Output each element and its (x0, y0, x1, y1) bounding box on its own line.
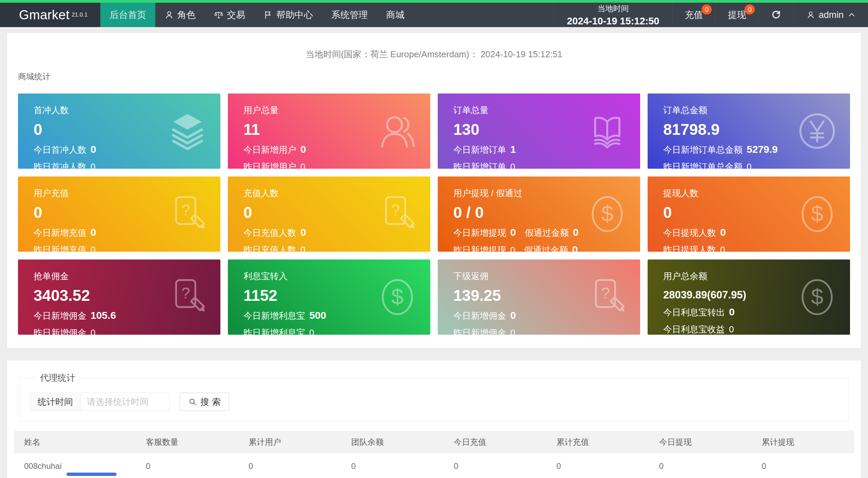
nav-item-home[interactable]: 后台首页 (100, 3, 155, 27)
stat-card-value: 0 (34, 203, 163, 222)
withdraw-label: 提现 (728, 9, 746, 21)
nav-item-label: 后台首页 (110, 9, 146, 21)
top-accent-line (0, 0, 868, 3)
admin-menu[interactable]: admin (794, 3, 868, 27)
stat-subline-value: 0 (300, 245, 305, 252)
stat-card-subline: 今日新增提现0假通过金额0 (453, 227, 583, 239)
chevron-up-icon (848, 11, 856, 19)
stat-subline-label: 今日充值人数 (243, 227, 296, 239)
stat-card-subline: 今日充值人数0 (243, 227, 373, 239)
stat-subline-segment: 昨日新增订单0 (453, 161, 515, 169)
yen-coin-icon (796, 110, 839, 152)
doc-question-icon: ? (166, 193, 209, 235)
stat-subline-segment: 假通过金额0 (524, 244, 578, 252)
recharge-button[interactable]: 充值 0 (672, 3, 715, 27)
agent-table-header-cell: 姓名 (14, 431, 136, 453)
stat-subline-segment: 今日新增佣金0 (453, 310, 516, 322)
stat-card-subline: 昨日新增佣金0 (34, 327, 163, 335)
stat-subline-value: 0 (300, 227, 306, 238)
stat-card-title: 订单总量 (453, 104, 583, 116)
svg-text:$: $ (601, 201, 613, 226)
local-time-block: 当地时间 2024-10-19 15:12:50 (554, 3, 672, 27)
stat-subline-value: 1 (510, 144, 516, 155)
stat-subline-segment: 昨日新增佣金0 (34, 327, 95, 335)
nav-item-label: 角色 (177, 9, 196, 21)
nav-item-roles[interactable]: 角色 (155, 3, 205, 27)
stat-card-withdraw-users: 提现人数0今日提现人数0昨日提现人数0$ (648, 176, 850, 252)
agent-table-cell: 0 (341, 453, 444, 478)
stat-subline-label: 昨日新增充值 (34, 244, 86, 252)
section-title-shop-stats: 商城统计 (18, 71, 850, 82)
stat-card-value: 1152 (243, 286, 373, 305)
stat-subline-segment: 昨日新增利息宝0 (243, 327, 314, 335)
agent-table-header-cell: 累计提现 (751, 431, 854, 453)
doc-question-icon: ? (166, 276, 209, 318)
stat-subline-label: 假通过金额 (524, 244, 568, 252)
search-button[interactable]: 搜索 (180, 393, 229, 411)
stat-card-subline: 昨日新增利息宝0 (243, 327, 373, 335)
stat-subline-segment: 昨日新增订单总金额0 (663, 161, 751, 169)
user-icon (806, 11, 815, 19)
stat-subline-label: 今日提现人数 (663, 227, 716, 239)
stat-card-subline: 今日新增订单1 (453, 144, 583, 156)
stat-card-subline: 今日新增佣金0 (453, 310, 583, 322)
user-icon (164, 10, 174, 20)
agent-stats-panel: 代理统计 统计时间 搜索 姓名客服数量累计用户团队余额今日充值累计充值今日提现累… (7, 360, 861, 478)
stat-card-value: 0 (34, 120, 163, 139)
stat-card-total-order-amount: 订单总金额81798.9今日新增订单总金额5279.9昨日新增订单总金额0 (648, 93, 850, 169)
stat-card-grab-commission: 抢单佣金3403.52今日新增佣金105.6昨日新增佣金0? (18, 259, 220, 335)
stat-card-title: 订单总金额 (663, 104, 792, 116)
stat-card-lixibao-in: 利息宝转入1152今日新增利息宝500昨日新增利息宝0$ (228, 259, 430, 335)
nav-item-trade[interactable]: 交易 (205, 3, 254, 27)
nav-item-label: 系统管理 (331, 9, 368, 21)
stat-subline-label: 今日新增提现 (453, 227, 506, 239)
agent-table-header-cell: 今日提现 (649, 431, 752, 453)
stat-subline-segment: 昨日充值人数0 (243, 244, 305, 252)
stat-subline-value: 0 (300, 144, 306, 155)
stat-subline-value: 0 (729, 324, 734, 335)
stat-subline-label: 假通过金额 (525, 227, 569, 239)
stat-subline-label: 今日新增充值 (34, 227, 86, 239)
stat-subline-segment: 昨日首冲人数0 (34, 161, 95, 169)
stat-subline-value: 5279.9 (747, 144, 778, 155)
nav-item-mall[interactable]: 商城 (377, 3, 414, 27)
stat-card-first-recharge-users: 首冲人数0今日首冲人数0昨日首冲人数0 (18, 93, 220, 169)
agent-table-cell: 0 (546, 453, 649, 478)
horizontal-scrollbar-thumb[interactable] (66, 473, 117, 476)
agent-stats-legend: 代理统计 (35, 372, 80, 384)
admin-username: admin (818, 10, 844, 20)
layers-icon (166, 110, 209, 152)
stat-subline-label: 昨日新增利息宝 (243, 327, 305, 335)
stat-subline-value: 0 (572, 244, 578, 252)
stat-subline-label: 今日利息宝转出 (663, 307, 725, 318)
svg-text:$: $ (391, 284, 403, 309)
refresh-button[interactable] (758, 3, 794, 27)
stat-card-total-orders: 订单总量130今日新增订单1昨日新增订单0 (438, 93, 640, 169)
stat-card-title: 抢单佣金 (34, 270, 163, 282)
nav-item-help[interactable]: 帮助中心 (254, 3, 322, 27)
nav-item-label: 商城 (386, 9, 405, 21)
agent-table-cell: 0 (751, 453, 854, 478)
stat-time-input[interactable] (81, 393, 170, 411)
nav-item-system[interactable]: 系统管理 (322, 3, 377, 27)
shop-stats-panel: 当地时间(国家：荷兰 Europe/Amsterdam)： 2024-10-19… (7, 33, 861, 349)
stat-card-value: 0 / 0 (453, 203, 583, 222)
dollar-coin-icon: $ (376, 276, 419, 318)
stat-subline-label: 昨日新增用户 (243, 161, 296, 169)
withdraw-button[interactable]: 提现 0 (715, 3, 758, 27)
stat-card-subline: 昨日新增用户0 (243, 161, 373, 169)
stat-card-subline: 今日利息宝收益0 (663, 324, 792, 335)
stat-card-title: 利息宝转入 (243, 270, 373, 282)
agent-table-header-cell: 累计充值 (546, 431, 649, 453)
stat-subline-label: 今日新增用户 (243, 144, 296, 156)
stat-subline-value: 500 (309, 310, 326, 321)
stat-card-value: 0 (663, 203, 792, 222)
stat-subline-value: 0 (300, 162, 305, 169)
stat-subline-value: 0 (510, 162, 515, 169)
stat-card-subline: 今日新增充值0 (34, 227, 163, 239)
agent-table-header-cell: 客服数量 (136, 431, 238, 453)
svg-text:?: ? (601, 284, 610, 302)
stat-subline-segment: 昨日提现人数0 (663, 244, 725, 252)
svg-text:?: ? (181, 201, 190, 219)
recharge-label: 充值 (685, 9, 703, 21)
